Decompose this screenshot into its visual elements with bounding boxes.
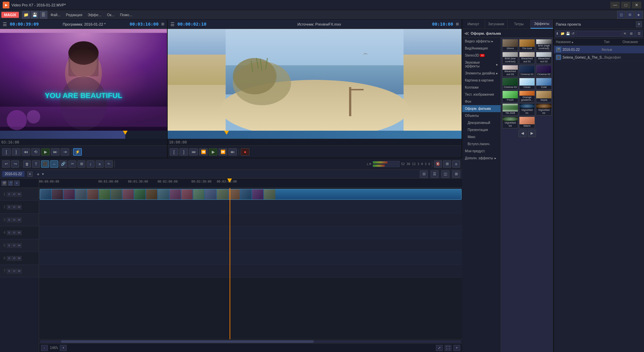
timeline-expand[interactable]: ⊞ [452,170,460,178]
search-clear-btn[interactable]: ✕ [622,30,627,37]
track-eye-7[interactable]: S [7,269,11,274]
program-rewind[interactable]: ⟲ [31,148,40,156]
tracks-container[interactable] [39,188,462,339]
move-tool[interactable]: ↕ [87,160,95,168]
effect-vignette1[interactable]: Vignetted 01 [519,103,535,115]
open-file-button[interactable]: 📁 [22,11,30,19]
source-prev-edit[interactable]: ⏮ [189,148,198,156]
snap-tool[interactable]: ≡ [96,160,104,168]
icon-btn-2[interactable]: ⊟ [626,11,634,19]
track-content-4[interactable] [39,226,462,239]
program-prev-edit[interactable]: ⏮ [22,148,30,156]
timeline-tracks[interactable]: 00:00:00:00 00:01:00:00 00:01:30:00 00:0… [39,179,462,352]
effect-clean[interactable]: Clean [519,78,535,90]
program-menu-icon[interactable]: ☰ [3,22,7,27]
source-timeline-bar[interactable] [168,131,462,139]
menu-file[interactable]: Фай... [48,11,63,18]
save-as-button[interactable]: 🗄 [39,11,47,19]
icon-btn-3[interactable]: ◈ [635,11,643,19]
track-lock-1[interactable]: O [12,192,16,197]
record-btn[interactable]: 💾 [566,30,570,37]
program-next-edit[interactable]: ⏭ [51,148,60,156]
track-eye-5[interactable]: S [7,243,11,248]
category-background[interactable]: Фон [462,98,501,105]
effect-orange[interactable]: Orange gradient... [519,91,535,102]
new-folder-btn[interactable]: 📁 [560,30,565,37]
video-clip-1[interactable] [40,189,462,200]
effect-bw-low[interactable]: B/W (low contrast) [502,52,518,64]
source-expand-icon[interactable]: ⊞ [456,22,459,26]
grid-toggle-1[interactable]: ⊟ [420,170,428,178]
category-view-anim[interactable]: Вид/Анимация [462,45,501,52]
track-content-3[interactable] [39,214,462,226]
program-mark-in[interactable]: [ [2,148,11,156]
effect-bleached3[interactable]: Bleached out 03 [502,65,518,77]
effect-vignette2[interactable]: Vignetted 02 [536,103,552,115]
effects-back-button[interactable]: ≪ [464,31,469,36]
scrollbar-thumb[interactable] [61,340,314,343]
source-menu-icon[interactable]: ☰ [170,22,175,27]
panel-close-btn[interactable]: ✕ [636,21,642,27]
track-content-7[interactable] [39,265,462,278]
track-eye-1[interactable]: S [7,192,11,197]
category-pip[interactable]: Картина в картине [462,77,501,84]
track-solo-2[interactable]: M [17,205,22,210]
track-lock-5[interactable]: O [12,243,16,248]
menu-help[interactable]: Помо... [117,11,135,18]
zoom-in-button[interactable]: + [60,345,67,351]
column-name[interactable]: Название ▴ [554,40,602,44]
source-mark-in[interactable]: [ [170,148,178,156]
select-tool[interactable]: ⬛ [41,160,49,168]
scrollbar-track[interactable] [40,340,462,343]
effect-tiltshift[interactable]: Tilt-Shift [502,103,518,115]
track-eye-4[interactable]: S [7,230,11,235]
effect-warm[interactable]: Warm [519,117,535,128]
refresh-btn[interactable]: ↺ [571,30,575,37]
zoom-plus-button[interactable]: + [453,345,460,351]
category-video-effects[interactable]: Видео эффекты ▸ [462,38,501,45]
track-lock-7[interactable]: O [12,269,16,274]
fullscreen-button[interactable]: ⛶ [445,345,451,351]
category-my-presets[interactable]: Мои предуст. [462,148,501,155]
group-tool[interactable]: ⊞ [77,160,86,168]
track-lock-3[interactable]: O [12,218,16,222]
effect-16mm[interactable]: 16mm [502,39,518,51]
effect-sepia[interactable]: Sepia [536,91,552,102]
category-stereo3d[interactable]: Stereo3D 3D [462,52,501,59]
tab-effects[interactable]: Эффекты [531,20,553,29]
effect-cold[interactable]: Cold [536,78,552,90]
category-film-look[interactable]: Оформ. фильма [462,105,501,112]
razor-tool[interactable]: ✁ [105,160,113,168]
track-eye-2[interactable]: S [7,205,11,210]
minimize-button[interactable]: — [610,2,620,8]
source-next-edit[interactable]: ⏭ [228,148,237,156]
effect-vignette3[interactable]: Vignetted 03 [502,117,518,128]
effect-bw-high[interactable]: B/W (high contrast) [536,39,552,51]
effects-grid-area[interactable]: 16mm 70s look B/W (high contrast) [501,38,553,352]
menu-ok[interactable]: Ок... [104,11,117,18]
track-eye-6[interactable]: S [7,256,11,261]
track-solo-7[interactable]: M [17,269,22,274]
menu-effects[interactable]: Эффе... [85,11,104,18]
source-play[interactable]: ▶ [209,148,217,156]
source-record[interactable]: ● [241,148,249,156]
timeline-tab[interactable]: 2016-01-22 [2,171,25,177]
storyboard-toggle[interactable]: ◫ [441,170,449,178]
effect-cinema3[interactable]: Cinema 03 [502,78,518,90]
import-btn[interactable]: ⬇ [555,30,560,37]
track-solo-5[interactable]: M [17,243,22,248]
fit-view-button[interactable]: ⤢ [436,345,443,351]
timeline-scrollbar[interactable] [39,339,462,343]
maximize-button[interactable]: □ [621,2,631,8]
undo-button[interactable]: ↩ [2,160,10,168]
track-eye-3[interactable]: S [7,218,11,222]
track-lock-4[interactable]: O [12,230,16,235]
program-fx-btn[interactable]: ⚡ [73,148,82,156]
track-content-1[interactable] [39,188,462,201]
tab-import[interactable]: Импорт [462,20,485,29]
track-content-2[interactable] [39,201,462,214]
track-content-6[interactable] [39,252,462,265]
category-objects[interactable]: Объекты [462,112,501,119]
project-list[interactable]: 🎬 2016-01-22 Фильм 🎥 Selena_Gomez_&_The_… [554,46,644,352]
scroll-right-btn[interactable]: ▶ [528,130,536,137]
